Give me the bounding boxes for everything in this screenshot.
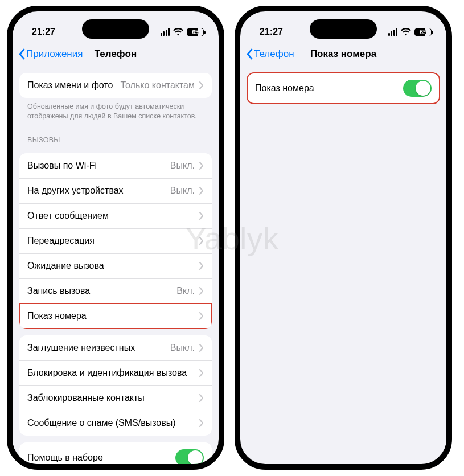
row-call-waiting[interactable]: Ожидание вызова — [19, 253, 212, 278]
row-label: Переадресация — [27, 236, 199, 246]
row-spam-report[interactable]: Сообщение о спаме (SMS/вызовы) — [19, 411, 212, 436]
row-label: Показ имени и фото — [27, 80, 121, 91]
status-time: 21:27 — [32, 27, 55, 37]
status-time: 21:27 — [260, 27, 283, 37]
back-button[interactable]: Приложения — [18, 48, 83, 60]
row-detail: Выкл. — [170, 161, 195, 171]
phone-right: 21:27 65 Телефон Показ номера Показ номе… — [235, 6, 452, 470]
nav-bar: Приложения Телефон — [13, 42, 219, 66]
row-label: Показ номера — [27, 311, 199, 321]
dynamic-island — [310, 19, 377, 39]
battery-icon: 65 — [187, 28, 204, 36]
row-label: Сообщение о спаме (SMS/вызовы) — [27, 418, 199, 428]
wifi-icon — [173, 28, 183, 36]
row-label: Вызовы по Wi-Fi — [27, 161, 170, 171]
phone-left: 21:27 65 Приложения Телефон Показ имени … — [7, 6, 224, 470]
row-name-photo[interactable]: Показ имени и фото Только контактам — [19, 73, 212, 98]
back-label: Приложения — [26, 48, 83, 60]
row-blocked-contacts[interactable]: Заблокированные контакты — [19, 385, 212, 411]
row-dial-assist[interactable]: Помощь в наборе — [19, 442, 212, 470]
row-label: На других устройствах — [27, 186, 170, 196]
cellular-icon — [388, 28, 398, 36]
back-label: Телефон — [254, 48, 294, 60]
row-forwarding[interactable]: Переадресация — [19, 228, 212, 253]
row-silence-unknown[interactable]: Заглушение неизвестных Выкл. — [19, 335, 212, 360]
battery-icon: 65 — [414, 28, 432, 36]
chevron-right-icon — [199, 162, 204, 170]
footer-name-photo: Обновленные имя и фото будут автоматичес… — [19, 98, 212, 124]
dial-assist-toggle[interactable] — [175, 449, 204, 466]
row-label: Помощь в наборе — [27, 453, 175, 463]
chevron-right-icon — [199, 262, 204, 270]
row-detail: Выкл. — [170, 343, 195, 353]
nav-bar: Телефон Показ номера — [240, 42, 446, 66]
section-header-calls: ВЫЗОВЫ — [19, 132, 212, 146]
chevron-right-icon — [199, 394, 204, 402]
row-detail: Выкл. — [170, 186, 195, 196]
chevron-right-icon — [199, 344, 204, 352]
row-label: Ожидание вызова — [27, 261, 199, 271]
row-wifi-calls[interactable]: Вызовы по Wi-Fi Выкл. — [19, 153, 212, 178]
row-show-number-toggle[interactable]: Показ номера — [247, 73, 440, 104]
chevron-right-icon — [199, 369, 204, 377]
row-label: Блокировка и идентификация вызова — [27, 368, 199, 378]
chevron-right-icon — [199, 212, 204, 220]
chevron-right-icon — [199, 419, 204, 427]
row-label: Запись вызова — [27, 286, 176, 296]
row-detail: Только контактам — [121, 80, 195, 91]
row-block-identify[interactable]: Блокировка и идентификация вызова — [19, 360, 212, 385]
row-label: Ответ сообщением — [27, 211, 199, 221]
chevron-right-icon — [199, 237, 204, 245]
row-other-devices[interactable]: На других устройствах Выкл. — [19, 178, 212, 203]
chevron-right-icon — [199, 81, 204, 89]
row-label: Заблокированные контакты — [27, 393, 199, 403]
row-show-number[interactable]: Показ номера — [19, 303, 212, 329]
wifi-icon — [401, 28, 411, 36]
row-respond-text[interactable]: Ответ сообщением — [19, 203, 212, 228]
row-label: Заглушение неизвестных — [27, 343, 170, 353]
show-number-toggle[interactable] — [403, 80, 432, 97]
dynamic-island — [82, 19, 149, 39]
row-detail: Вкл. — [176, 286, 195, 296]
back-button[interactable]: Телефон — [246, 48, 294, 60]
row-call-record[interactable]: Запись вызова Вкл. — [19, 278, 212, 303]
row-label: Показ номера — [255, 83, 403, 93]
chevron-right-icon — [199, 312, 204, 320]
chevron-right-icon — [199, 187, 204, 195]
cellular-icon — [161, 28, 170, 36]
chevron-right-icon — [199, 287, 204, 295]
